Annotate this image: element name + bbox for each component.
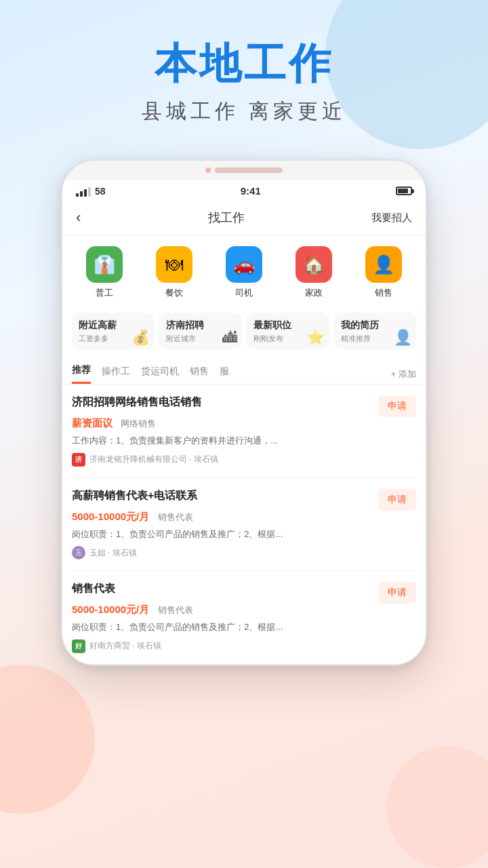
back-button[interactable]: ‹ [76, 209, 81, 226]
quick-card-jinan[interactable]: 济南招聘 附近城市 🏙 [159, 313, 241, 349]
battery-fill [398, 189, 408, 193]
hire-button[interactable]: 我要招人 [371, 212, 412, 224]
category-food[interactable]: 🍽 餐饮 [156, 246, 192, 299]
phone-top-bar [62, 161, 426, 180]
company-name-3: 好南方商贸 · 埃石镇 [89, 640, 161, 652]
job-tag-2: 销售代表 [158, 512, 193, 522]
job-card-3: 销售代表 申请 5000-10000元/月 销售代表 岗位职责：1、负责公司产品… [72, 571, 416, 665]
job-company-2: 玉 玉姐 · 埃石镇 [72, 546, 416, 559]
tab-bar: 推荐 操作工 货运司机 销售 服 + 添加 [62, 357, 426, 384]
driver-label: 司机 [235, 287, 253, 299]
main-title: 本地工作 [0, 41, 488, 87]
apply-button-3[interactable]: 申请 [378, 582, 416, 604]
tab-more[interactable]: 服 [220, 366, 229, 383]
battery-indicator [396, 186, 412, 195]
signal-bar-3 [84, 189, 87, 197]
status-time: 9:41 [241, 185, 261, 197]
quick-card-latest[interactable]: 最新职位 刚刚发布 ⭐ [247, 313, 329, 349]
battery-icon [396, 186, 412, 195]
phone-mockup: 58 9:41 ‹ 找工作 我要招人 👔 普工 [61, 159, 427, 666]
job-desc-2: 岗位职责：1、负责公司产品的销售及推广；2、根据... [72, 528, 416, 541]
signal-strength: 58 [95, 186, 106, 197]
sub-title: 县城工作 离家更近 [0, 98, 488, 125]
category-sales[interactable]: 👤 销售 [365, 246, 402, 299]
quick-card-resume[interactable]: 我的简历 精准推荐 👤 [334, 313, 416, 349]
tab-operator[interactable]: 操作工 [102, 366, 130, 383]
tab-freight[interactable]: 货运司机 [141, 366, 179, 383]
job-salary-2: 5000-10000元/月 [72, 511, 149, 522]
job-company-3: 好 好南方商贸 · 埃石镇 [72, 639, 416, 653]
category-driver[interactable]: 🚗 司机 [226, 246, 262, 299]
food-icon: 🍽 [156, 246, 192, 283]
job-card-2: 高薪聘销售代表+电话联系 申请 5000-10000元/月 销售代表 岗位职责：… [72, 478, 416, 572]
signal-indicator: 58 [76, 186, 106, 197]
sales-icon: 👤 [365, 246, 402, 283]
nav-title: 找工作 [208, 210, 245, 226]
notch-dot [205, 167, 211, 173]
tab-sales[interactable]: 销售 [190, 366, 209, 383]
category-section: 👔 普工 🍽 餐饮 🚗 司机 🏠 家政 👤 销售 [62, 235, 426, 307]
quick-access-section: 附近高薪 工资多多 💰 济南招聘 附近城市 🏙 最新职位 刚刚发布 ⭐ 我的简历… [62, 307, 426, 357]
general-label: 普工 [96, 287, 113, 299]
signal-bar-1 [76, 193, 79, 197]
job-salary-3: 5000-10000元/月 [72, 604, 149, 615]
job-desc-3: 岗位职责：1、负责公司产品的销售及推广；2、根据... [72, 620, 416, 634]
jinan-emoji: 🏙 [222, 329, 237, 347]
domestic-label: 家政 [305, 287, 323, 299]
latest-emoji: ⭐ [306, 329, 325, 347]
job-salary-row-1: 薪资面议 网络销售 [72, 417, 416, 430]
job-tag-1: 网络销售 [121, 418, 156, 429]
job-desc-1: 工作内容：1、负责搜集新客户的资料并进行沟通，... [72, 434, 416, 448]
job-header-1: 济阳招聘网络销售电话销售 申请 [72, 395, 416, 417]
apply-button-1[interactable]: 申请 [378, 395, 416, 417]
driver-icon: 🚗 [226, 246, 262, 283]
nav-bar: ‹ 找工作 我要招人 [62, 201, 426, 235]
company-logo-1: 济 [72, 453, 85, 467]
job-header-3: 销售代表 申请 [72, 582, 416, 604]
status-bar: 58 9:41 [62, 180, 426, 201]
quick-card-nearby[interactable]: 附近高薪 工资多多 💰 [72, 313, 154, 349]
category-domestic[interactable]: 🏠 家政 [296, 246, 332, 299]
food-label: 餐饮 [165, 287, 183, 299]
job-salary-1: 薪资面议 [72, 417, 113, 429]
job-title-2: 高薪聘销售代表+电话联系 [72, 489, 378, 503]
company-logo-2: 玉 [72, 546, 85, 559]
category-general[interactable]: 👔 普工 [86, 246, 123, 299]
job-salary-row-2: 5000-10000元/月 销售代表 [72, 511, 416, 524]
nearby-emoji: 💰 [131, 329, 150, 347]
job-header-2: 高薪聘销售代表+电话联系 申请 [72, 489, 416, 511]
general-icon: 👔 [86, 246, 123, 283]
signal-bar-4 [88, 187, 91, 197]
job-salary-row-3: 5000-10000元/月 销售代表 [72, 604, 416, 616]
job-company-1: 济 济南龙铭升降机械有限公司 · 埃石镇 [72, 453, 416, 467]
job-list: 济阳招聘网络销售电话销售 申请 薪资面议 网络销售 工作内容：1、负责搜集新客户… [62, 384, 426, 665]
app-content: ‹ 找工作 我要招人 👔 普工 🍽 餐饮 🚗 司机 [62, 201, 426, 665]
job-title-1: 济阳招聘网络销售电话销售 [72, 395, 378, 410]
notch-bar [215, 167, 283, 173]
resume-emoji: 👤 [394, 329, 412, 347]
job-title-3: 销售代表 [72, 582, 378, 596]
company-name-2: 玉姐 · 埃石镇 [89, 547, 137, 559]
tab-add-button[interactable]: + 添加 [391, 368, 416, 380]
company-logo-3: 好 [72, 639, 85, 653]
signal-bar-2 [80, 191, 83, 197]
job-card-1: 济阳招聘网络销售电话销售 申请 薪资面议 网络销售 工作内容：1、负责搜集新客户… [72, 384, 416, 478]
domestic-icon: 🏠 [296, 246, 332, 283]
apply-button-2[interactable]: 申请 [378, 489, 416, 511]
company-name-1: 济南龙铭升降机械有限公司 · 埃石镇 [89, 454, 218, 465]
job-tag-3: 销售代表 [158, 605, 193, 615]
sales-label: 销售 [375, 287, 392, 299]
tab-recommend[interactable]: 推荐 [72, 364, 91, 384]
